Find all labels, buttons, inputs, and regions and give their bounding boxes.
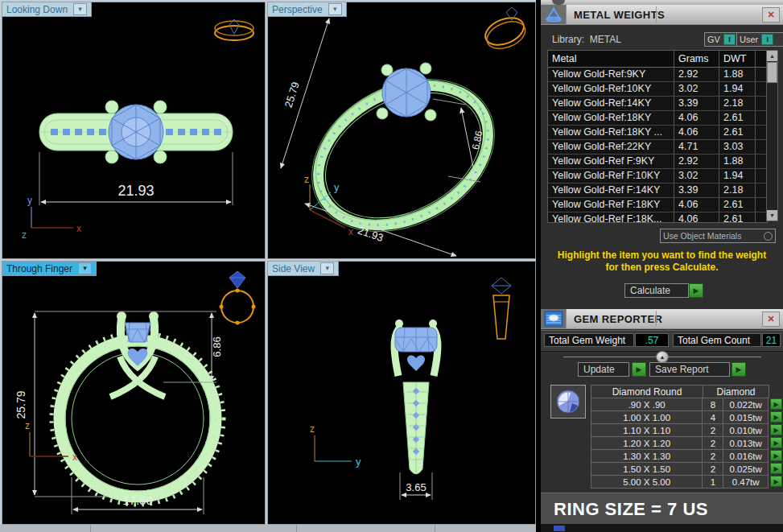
viewport-status-strip: [0, 525, 536, 532]
ring-side-view-drawing: 3.65 z y: [268, 262, 534, 522]
total-gem-count-label: Total Gem Count: [673, 333, 761, 347]
viewport-tab-side-view[interactable]: Side View ▾: [268, 262, 339, 276]
metal-table-row[interactable]: Yellow Gold-Ref:22KY4.713.03: [548, 140, 767, 155]
scroll-up-icon[interactable]: ▲: [767, 51, 777, 61]
viewport-tab-perspective[interactable]: Perspective ▾: [268, 2, 347, 17]
save-report-button[interactable]: Save Report: [649, 362, 730, 377]
metal-table-scrollbar[interactable]: ▲ ▼: [766, 50, 778, 221]
gem-reporter-header[interactable]: GEM REPORTER ✕: [541, 309, 783, 329]
metal-table-row[interactable]: Yellow Gold-Ref F:18KY4.062.61: [548, 198, 767, 212]
metal-table-row[interactable]: Yellow Gold-Ref:10KY3.021.94: [548, 82, 767, 97]
gem-table-row: 1.20 X 1.2020.013tw▶: [591, 437, 782, 450]
panel-title: GEM REPORTER: [567, 309, 662, 328]
viewport-looking-down[interactable]: 21.93 y x z Looking Down ▾: [2, 2, 266, 259]
metal-cell: 2.61: [719, 198, 756, 212]
metal-cell: 3.39: [674, 97, 719, 110]
gem-image: [550, 385, 586, 419]
user-button[interactable]: User I: [736, 32, 783, 47]
gem-cell: 1.10 X 1.10: [591, 423, 703, 437]
close-icon[interactable]: ✕: [762, 311, 780, 327]
gem-row-run-icon[interactable]: ▶: [770, 424, 782, 435]
viewport-through-finger[interactable]: 6.86 25.79 17.50 z x: [2, 261, 266, 525]
gem-totals-bar: Total Gem Weight .57 Total Gem Count 21: [541, 330, 783, 352]
close-icon[interactable]: ✕: [762, 7, 780, 23]
gem-table-row: .90 X .9080.022tw▶: [591, 398, 782, 411]
metal-cell: Yellow Gold-Ref F:9KY: [548, 155, 674, 168]
panel-splitter-handle[interactable]: ▲: [656, 351, 669, 363]
metal-table-header: Metal Grams DWT: [548, 51, 767, 68]
metal-table-row[interactable]: Yellow Gold-Ref:14KY3.392.18: [548, 97, 767, 111]
metal-cell: Yellow Gold-Ref:9KY: [548, 68, 674, 81]
scrollbar-thumb[interactable]: [767, 62, 777, 83]
header-divider: [656, 6, 657, 23]
metal-table-row[interactable]: Yellow Gold-Ref F:14KY3.392.18: [548, 184, 767, 198]
calculate-run-icon[interactable]: ▶: [689, 283, 703, 298]
viewport-perspective[interactable]: 25.79 6.86 21.93 z y x: [267, 2, 536, 259]
metal-cell: Yellow Gold-Ref F:18KY: [548, 198, 674, 212]
metal-table-row[interactable]: Yellow Gold-Ref:9KY2.921.88: [548, 68, 767, 82]
metal-weights-header[interactable]: METAL WEIGHTS ✕: [541, 5, 783, 25]
svg-text:y: y: [334, 181, 340, 193]
radio-icon[interactable]: [764, 232, 773, 241]
column-header-grams[interactable]: Grams: [674, 51, 719, 67]
total-gem-weight-value: .57: [635, 333, 669, 347]
metal-weights-table: Metal Grams DWT Yellow Gold-Ref:9KY2.921…: [547, 50, 768, 223]
metal-table-row[interactable]: Yellow Gold-Ref:18KY ...4.062.61: [548, 126, 767, 140]
update-run-icon[interactable]: ▶: [632, 362, 646, 377]
viewport-tab-looking-down[interactable]: Looking Down ▾: [2, 2, 92, 17]
chevron-down-icon[interactable]: ▾: [320, 262, 334, 274]
metal-cell: 3.02: [674, 169, 719, 183]
metal-cell: 2.92: [674, 155, 719, 168]
metal-table-row[interactable]: Yellow Gold-Ref F:18K...4.062.61: [548, 212, 767, 223]
viewport-side-view[interactable]: 3.65 z y Side View ▾: [267, 261, 536, 525]
gem-cell: 5.00 X 5.00: [591, 475, 703, 489]
gem-cell: 8: [702, 398, 723, 411]
metal-cell: 2.61: [719, 126, 756, 139]
gv-button[interactable]: GV I: [704, 32, 740, 47]
svg-text:6.86: 6.86: [211, 336, 223, 357]
viewport-label: Looking Down: [6, 4, 68, 15]
column-header-dwt[interactable]: DWT: [719, 51, 756, 67]
chevron-down-icon[interactable]: ▾: [73, 3, 87, 15]
metal-table-body: Yellow Gold-Ref:9KY2.921.88Yellow Gold-R…: [548, 68, 767, 223]
taskbar-fragment: [554, 526, 565, 531]
column-header-metal[interactable]: Metal: [548, 51, 674, 67]
viewport-tab-through-finger[interactable]: Through Finger ▾: [2, 262, 97, 276]
gem-cell: 0.022tw: [723, 398, 769, 411]
gem-cell: 0.016tw: [723, 449, 769, 463]
column-header-spacer: [756, 51, 767, 67]
svg-text:z: z: [22, 229, 27, 241]
gem-row-run-icon[interactable]: ▶: [770, 476, 782, 487]
metal-table-row[interactable]: Yellow Gold-Ref F:9KY2.921.88: [548, 155, 767, 169]
instruction-text: Highlight the item you want to find the …: [541, 250, 783, 274]
calculate-button[interactable]: Calculate: [624, 283, 689, 298]
chevron-down-icon[interactable]: ▾: [328, 3, 342, 15]
save-report-run-icon[interactable]: ▶: [731, 362, 746, 377]
gem-row-run-icon[interactable]: ▶: [770, 463, 782, 474]
metal-cell: [756, 126, 767, 139]
metal-cell: [756, 198, 767, 212]
metal-table-row[interactable]: Yellow Gold-Ref:18KY4.062.61: [548, 111, 767, 126]
gem-row-run-icon[interactable]: ▶: [770, 398, 782, 410]
metal-cell: 1.88: [719, 155, 756, 168]
gem-row-run-icon[interactable]: ▶: [770, 450, 782, 461]
metal-cell: 4.06: [674, 212, 719, 223]
ring-top-icon: [215, 19, 253, 40]
update-button[interactable]: Update: [578, 362, 629, 377]
gem-cell: 2: [702, 436, 723, 450]
svg-text:z: z: [310, 423, 315, 435]
viewport-grid: 21.93 y x z Looking Down ▾: [0, 0, 536, 525]
metal-table-row[interactable]: Yellow Gold-Ref F:10KY3.021.94: [548, 169, 767, 184]
gem-cell: 1.50 X 1.50: [591, 462, 703, 476]
chevron-down-icon[interactable]: ▾: [78, 262, 92, 274]
metal-cell: [756, 82, 767, 96]
gem-material-column: Diamond: [703, 385, 769, 398]
metal-cell: [756, 155, 767, 168]
scroll-down-icon[interactable]: ▼: [767, 210, 777, 221]
use-object-materials-control[interactable]: Use Object Materials: [660, 229, 776, 243]
metal-cell: Yellow Gold-Ref:22KY: [548, 140, 674, 154]
metal-cell: 4.06: [674, 111, 719, 125]
gem-row-run-icon[interactable]: ▶: [770, 411, 782, 423]
gem-row-run-icon[interactable]: ▶: [770, 437, 782, 448]
metal-cell: 1.94: [719, 169, 756, 183]
